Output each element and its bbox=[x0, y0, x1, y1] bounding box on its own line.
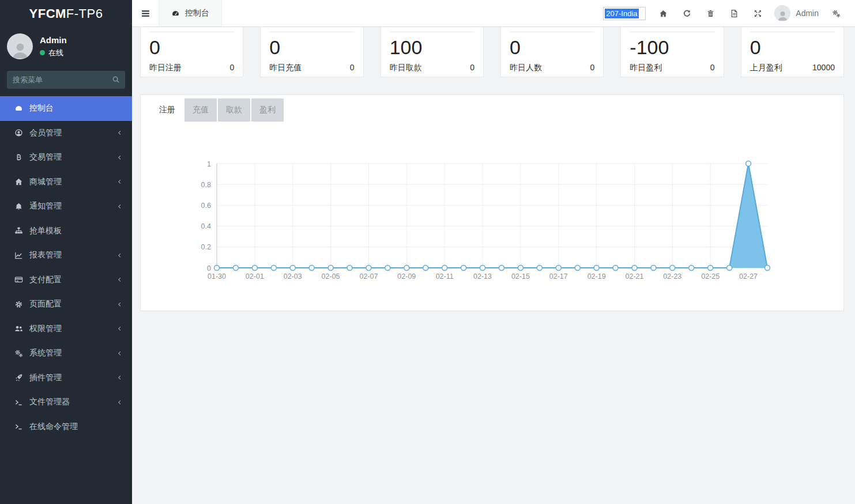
chevron-left-icon bbox=[116, 301, 123, 308]
data-point bbox=[727, 266, 732, 271]
stat-card-sub-label: 昨日盈利 bbox=[630, 63, 662, 73]
clear-cache-button[interactable] bbox=[699, 0, 722, 27]
credit-card-icon bbox=[14, 275, 24, 284]
chart-tab-withdraw[interactable]: 取款 bbox=[218, 98, 250, 122]
home-icon bbox=[14, 177, 24, 186]
sidebar-item-label: 报表管理 bbox=[29, 250, 116, 260]
stat-card-value: 0 bbox=[269, 36, 354, 59]
stat-card-value: 0 bbox=[510, 36, 594, 59]
y-tick-label: 0.2 bbox=[201, 243, 211, 251]
stat-card-sub-value: 0 bbox=[350, 63, 355, 73]
search-input[interactable] bbox=[7, 71, 125, 89]
logs-button[interactable] bbox=[722, 0, 746, 27]
refresh-button[interactable] bbox=[675, 0, 699, 27]
data-point bbox=[499, 266, 504, 271]
sidebar: YFCMF-TP6 Admin 在线 控制台会员管理交易管理商城管理通知管理抢单… bbox=[0, 0, 132, 504]
chart-card: 注册充值取款盈利 00.20.40.60.8101-3002-0102-0302… bbox=[140, 94, 844, 311]
sidebar-item-label: 会员管理 bbox=[29, 128, 116, 138]
node-select-input[interactable]: 207-India bbox=[603, 7, 646, 20]
bitcoin-icon bbox=[14, 153, 24, 162]
sidebar-item-order-template[interactable]: 抢单模板 bbox=[0, 219, 132, 244]
sidebar-item-label: 在线命令管理 bbox=[29, 422, 123, 432]
x-tick-label: 02-17 bbox=[549, 272, 568, 281]
sidebar-item-permissions[interactable]: 权限管理 bbox=[0, 317, 132, 342]
refresh-icon bbox=[683, 9, 691, 18]
avatar-small bbox=[774, 5, 790, 21]
sidebar-item-online-commands[interactable]: 在线命令管理 bbox=[0, 415, 132, 439]
online-status-label: 在线 bbox=[48, 48, 63, 58]
chart-tab-profit[interactable]: 盈利 bbox=[251, 98, 284, 122]
stat-card-value: 100 bbox=[390, 36, 474, 59]
home-button[interactable] bbox=[651, 0, 675, 27]
sidebar-item-notifications[interactable]: 通知管理 bbox=[0, 194, 132, 219]
user-menu-label: Admin bbox=[796, 9, 819, 18]
data-point bbox=[632, 266, 637, 271]
data-point bbox=[328, 266, 333, 271]
x-tick-label: 02-25 bbox=[701, 272, 720, 281]
tab-dashboard-label: 控制台 bbox=[185, 8, 209, 18]
stat-card-value: 0 bbox=[750, 36, 835, 59]
chart-tab-register[interactable]: 注册 bbox=[151, 98, 183, 122]
chevron-left-icon bbox=[116, 374, 123, 381]
sitemap-icon bbox=[14, 226, 24, 235]
data-point bbox=[708, 266, 713, 271]
x-tick-label: 02-15 bbox=[511, 272, 530, 281]
tab-dashboard[interactable]: 控制台 bbox=[159, 0, 222, 26]
data-point bbox=[404, 266, 409, 271]
sidebar-item-dashboard[interactable]: 控制台 bbox=[0, 96, 132, 121]
chevron-left-icon bbox=[116, 276, 123, 283]
data-point bbox=[480, 266, 485, 271]
chart-tabs: 注册充值取款盈利 bbox=[151, 98, 843, 122]
sidebar-item-system[interactable]: 系统管理 bbox=[0, 341, 132, 366]
user-panel: Admin 在线 bbox=[0, 28, 132, 64]
bell-icon bbox=[14, 202, 24, 211]
navbar-right: 207-India Admin bbox=[603, 0, 855, 26]
data-point bbox=[651, 266, 656, 271]
x-tick-label: 01-30 bbox=[208, 272, 226, 281]
sidebar-item-label: 抢单模板 bbox=[29, 226, 123, 236]
stat-card-sub-label: 昨日人数 bbox=[510, 63, 542, 73]
chevron-left-icon bbox=[116, 399, 123, 406]
chevron-left-icon bbox=[116, 179, 123, 185]
data-point bbox=[214, 266, 220, 271]
sidebar-search bbox=[7, 71, 125, 89]
dashboard-icon bbox=[14, 104, 24, 113]
x-tick-label: 02-01 bbox=[246, 272, 264, 281]
node-select-value: 207-India bbox=[605, 9, 638, 18]
x-tick-label: 02-19 bbox=[587, 272, 606, 281]
data-point bbox=[290, 266, 295, 271]
x-tick-label: 02-11 bbox=[436, 272, 454, 281]
sidebar-item-label: 系统管理 bbox=[29, 348, 116, 358]
data-point bbox=[765, 266, 770, 271]
sidebar-item-label: 通知管理 bbox=[29, 201, 116, 211]
x-tick-label: 02-05 bbox=[322, 272, 340, 281]
home-icon bbox=[659, 9, 668, 18]
sidebar-item-members[interactable]: 会员管理 bbox=[0, 121, 132, 146]
sidebar-item-label: 控制台 bbox=[29, 103, 123, 113]
sidebar-item-file-manager[interactable]: 文件管理器 bbox=[0, 390, 132, 415]
sidebar-item-transactions[interactable]: 交易管理 bbox=[0, 145, 132, 170]
y-tick-label: 0.8 bbox=[201, 181, 211, 189]
fullscreen-button[interactable] bbox=[746, 0, 770, 27]
stat-card-sub-label: 昨日注册 bbox=[149, 63, 182, 73]
sidebar-item-mall[interactable]: 商城管理 bbox=[0, 170, 132, 195]
x-tick-label: 02-13 bbox=[473, 272, 492, 281]
data-point bbox=[594, 266, 599, 271]
document-icon bbox=[730, 9, 739, 18]
sidebar-item-plugins[interactable]: 插件管理 bbox=[0, 366, 132, 391]
stat-card-sub-label: 上月盈利 bbox=[750, 63, 782, 73]
sidebar-toggle-button[interactable] bbox=[132, 0, 159, 26]
sidebar-item-payment-config[interactable]: 支付配置 bbox=[0, 268, 132, 293]
chevron-left-icon bbox=[116, 350, 123, 357]
sidebar-item-reports[interactable]: 报表管理 bbox=[0, 243, 132, 268]
settings-button[interactable] bbox=[824, 0, 848, 27]
data-point bbox=[233, 266, 238, 271]
user-menu[interactable]: Admin bbox=[774, 5, 819, 21]
sidebar-item-page-config[interactable]: 页面配置 bbox=[0, 292, 132, 317]
chart-tab-recharge[interactable]: 充值 bbox=[184, 98, 217, 122]
stat-card-sub-label: 昨日取款 bbox=[390, 63, 422, 73]
series-line bbox=[217, 164, 767, 268]
stat-card-sub-value: 0 bbox=[590, 63, 595, 73]
data-point bbox=[442, 266, 447, 271]
navbar: 控制台 207-India Admin bbox=[132, 0, 855, 27]
